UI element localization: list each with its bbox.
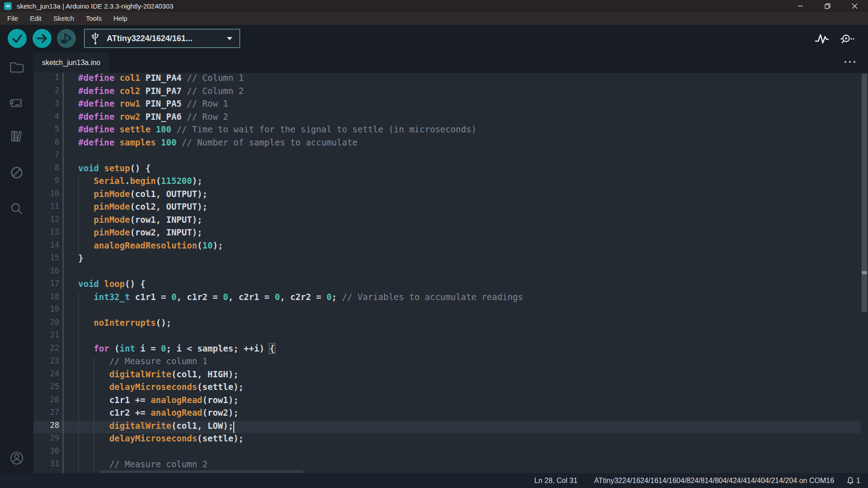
restore-button[interactable] [814, 0, 841, 12]
upload-button[interactable] [33, 29, 52, 48]
serial-plotter-icon [815, 32, 829, 46]
vertical-scrollbar-thumb[interactable] [862, 74, 867, 312]
line-number: 18 [33, 292, 59, 305]
serial-plotter-button[interactable] [815, 32, 829, 46]
indent-guide [78, 446, 79, 460]
code-line-9[interactable]: Serial.begin(115200); [78, 176, 203, 189]
code-editor[interactable]: 1#define col1 PIN_PA4 // Column 12#defin… [33, 73, 868, 473]
code-line-18[interactable]: int32_t c1r1 = 0, c1r2 = 0, c2r1 = 0, c2… [78, 292, 523, 305]
board-selector-dropdown[interactable]: ATtiny3224/1624/161... [84, 29, 240, 48]
sidebar-item-debug[interactable] [9, 165, 24, 180]
line-number: 19 [33, 305, 59, 318]
indent-guide [78, 330, 79, 343]
tab-sketch[interactable]: sketch_jun13a.ino [33, 52, 109, 73]
arduino-logo-icon: ∞ [4, 2, 12, 10]
code-line-15[interactable]: } [78, 253, 83, 266]
sidebar-item-search[interactable] [9, 201, 24, 216]
debug-disabled-icon [9, 165, 24, 180]
code-line-3[interactable]: #define row1 PIN_PA5 // Row 1 [78, 99, 228, 112]
line-number: 27 [33, 408, 59, 421]
ellipsis-icon [844, 61, 846, 63]
code-line-27[interactable]: c1r2 += analogRead(row2); [78, 408, 239, 421]
window-controls [787, 0, 868, 12]
menu-tools[interactable]: Tools [80, 12, 108, 25]
line-number: 24 [33, 369, 59, 382]
code-line-28[interactable]: digitalWrite(col1, LOW); [78, 421, 233, 434]
code-line-24[interactable]: digitalWrite(col1, HIGH); [78, 369, 239, 382]
code-line-22[interactable]: for (int i = 0; i < samples; ++i) { [78, 343, 275, 357]
menu-help[interactable]: Help [108, 12, 133, 25]
cursor-position-status[interactable]: Ln 28, Col 31 [534, 477, 577, 485]
board-chip-icon [9, 95, 24, 111]
code-line-29[interactable]: delayMicroseconds(settle); [78, 433, 244, 446]
books-icon [9, 128, 24, 144]
code-line-14[interactable]: analogReadResolution(10); [78, 240, 223, 253]
line-number: 9 [33, 176, 59, 189]
close-button[interactable] [841, 0, 868, 12]
minimize-button[interactable] [787, 0, 814, 12]
serial-monitor-icon [840, 32, 854, 46]
indent-guide [78, 305, 79, 318]
line-number: 3 [33, 99, 59, 112]
code-line-1[interactable]: #define col1 PIN_PA4 // Column 1 [78, 73, 244, 86]
code-line-2[interactable]: #define col2 PIN_PA7 // Column 2 [78, 86, 244, 99]
verify-button[interactable] [8, 29, 27, 48]
editor-options-button[interactable] [844, 61, 855, 63]
line-number: 21 [33, 330, 59, 343]
code-line-23[interactable]: // Measure column 1 [78, 356, 208, 369]
sidebar-item-library-manager[interactable] [9, 128, 24, 144]
line-number: 15 [33, 253, 59, 266]
code-line-12[interactable]: pinMode(row1, INPUT); [78, 215, 203, 228]
sidebar-item-account[interactable] [9, 450, 24, 466]
search-icon [9, 201, 24, 216]
code-line-4[interactable]: #define row2 PIN_PA6 // Row 2 [78, 112, 228, 125]
line-number: 2 [33, 86, 59, 99]
code-line-25[interactable]: delayMicroseconds(settle); [78, 382, 244, 395]
line-number: 23 [33, 356, 59, 369]
code-line-5[interactable]: #define settle 100 // Time to wait for t… [78, 124, 476, 137]
toolbar: ATtiny3224/1624/161... [0, 25, 868, 52]
code-line-8[interactable]: void setup() { [78, 163, 151, 176]
line-number: 31 [33, 459, 59, 472]
menu-sketch[interactable]: Sketch [47, 12, 80, 25]
notification-count[interactable]: 1 [856, 477, 860, 485]
code-line-10[interactable]: pinMode(col1, OUTPUT); [78, 189, 208, 202]
menu-edit[interactable]: Edit [24, 12, 47, 25]
line-number: 8 [33, 163, 59, 176]
sidebar-item-sketchbook[interactable] [9, 59, 24, 75]
line-number: 7 [33, 150, 59, 163]
checkmark-icon [8, 29, 27, 48]
line-number: 10 [33, 189, 59, 202]
folder-icon [9, 59, 24, 75]
code-line-11[interactable]: pinMode(col2, OUTPUT); [78, 202, 208, 215]
code-line-26[interactable]: c1r1 += analogRead(row1); [78, 395, 239, 408]
code-area: 1#define col1 PIN_PA4 // Column 12#defin… [33, 73, 868, 473]
line-number: 29 [33, 433, 59, 446]
code-line-20[interactable]: noInterrupts(); [78, 318, 171, 331]
title-bar: ∞ sketch_jun13a | Arduino IDE 2.3.3-nigh… [0, 0, 868, 12]
serial-monitor-button[interactable] [840, 32, 854, 46]
line-number: 1 [33, 73, 59, 86]
line-number: 13 [33, 227, 59, 240]
line-number: 5 [33, 124, 59, 137]
line-number: 26 [33, 395, 59, 408]
activity-sidebar [0, 52, 33, 473]
code-line-17[interactable]: void loop() { [78, 279, 146, 292]
line-number: 28 [33, 421, 59, 434]
debug-button[interactable] [57, 29, 76, 48]
board-port-status[interactable]: ATtiny3224/1624/1614/1604/824/814/804/42… [594, 477, 834, 485]
line-number: 20 [33, 318, 59, 331]
notification-bell-icon[interactable] [847, 477, 854, 485]
menu-bar: FileEditSketchToolsHelp [0, 12, 868, 25]
indent-guide [94, 446, 94, 460]
tab-label: sketch_jun13a.ino [42, 59, 100, 67]
board-selector-label: ATtiny3224/1624/161... [107, 34, 193, 43]
code-line-6[interactable]: #define samples 100 // Number of samples… [78, 137, 358, 150]
minimize-icon [797, 3, 803, 9]
sidebar-item-boards-manager[interactable] [9, 95, 24, 111]
ellipsis-icon [854, 61, 855, 63]
usb-icon [91, 32, 100, 45]
code-line-13[interactable]: pinMode(row2, INPUT); [78, 227, 203, 240]
debug-play-bug-icon [57, 29, 76, 48]
menu-file[interactable]: File [1, 12, 24, 25]
